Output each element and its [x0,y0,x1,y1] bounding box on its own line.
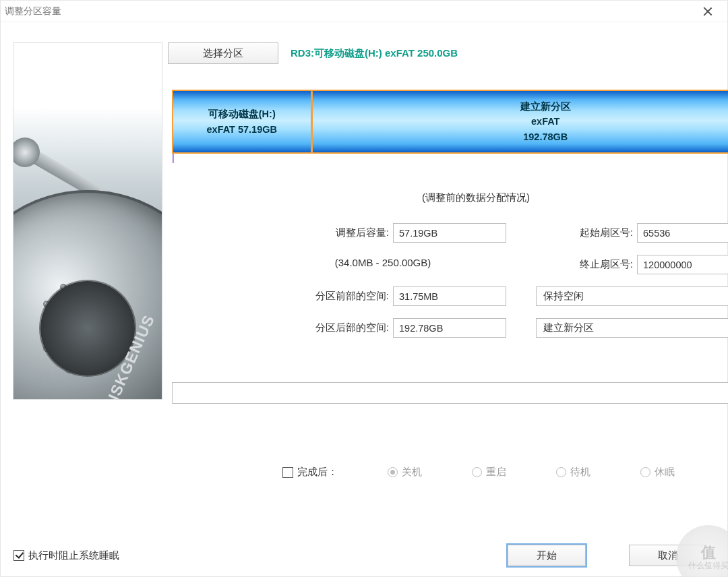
end-sector-label: 终止扇区号: [536,258,637,271]
prevent-sleep-checkbox[interactable]: 执行时阻止系统睡眠 [1,549,119,562]
subtitle-text: (调整前的数据分配情况) [168,191,728,204]
after-complete-row: 完成后： 关机 重启 待机 休眠 [168,466,728,479]
segment-size: 192.78GB [523,129,568,144]
end-sector-input[interactable]: 120000000 [637,255,728,274]
space-after-input[interactable]: 192.78GB [393,318,506,338]
cancel-label: 取消 [658,549,678,562]
close-button[interactable] [692,2,723,21]
dialog-window: 调整分区容量 DISKGENIUS 选 [0,0,728,577]
radio-standby[interactable]: 待机 [556,466,590,479]
partition-segment-existing[interactable]: 可移动磁盘(H:) exFAT 57.19GB [173,91,313,152]
close-icon [702,6,713,17]
sidebar: DISKGENIUS [1,22,162,576]
adjusted-size-input[interactable]: 57.19GB [393,223,506,243]
partition-bar[interactable]: 可移动磁盘(H:) exFAT 57.19GB 建立新分区 exFAT 192.… [172,90,728,154]
adjusted-size-label: 调整后容量: [254,226,393,239]
space-before-label: 分区前部的空间: [254,290,393,303]
checkbox-icon [282,467,293,478]
space-before-value: 31.75MB [399,291,438,302]
space-after-action-value: 建立新分区 [543,322,594,334]
space-before-action-select[interactable]: 保持空闲 [536,286,728,306]
segment-fs: exFAT [531,114,559,129]
select-partition-button[interactable]: 选择分区 [168,42,278,64]
after-complete-label: 完成后： [297,466,338,479]
select-partition-label: 选择分区 [203,47,243,60]
radio-restart[interactable]: 重启 [472,466,506,479]
space-before-action-value: 保持空闲 [543,290,584,303]
after-complete-checkbox[interactable]: 完成后： [282,466,338,479]
start-sector-label: 起始扇区号: [536,226,637,239]
space-before-input[interactable]: 31.75MB [393,286,506,306]
space-after-action-select[interactable]: 建立新分区 [536,318,728,338]
progress-bar [172,382,728,404]
main-panel: 选择分区 RD3:可移动磁盘(H:) exFAT 250.0GB 可移动磁盘(H… [162,22,728,576]
title-bar: 调整分区容量 [1,1,727,22]
window-title: 调整分区容量 [5,5,61,18]
adjusted-size-value: 57.19GB [399,228,437,239]
prevent-sleep-label: 执行时阻止系统睡眠 [28,549,119,562]
start-label: 开始 [537,549,557,562]
start-button[interactable]: 开始 [508,545,586,566]
hdd-illustration: DISKGENIUS [13,42,162,400]
space-after-value: 192.78GB [399,323,443,334]
start-sector-input[interactable]: 65536 [637,223,728,243]
segment-size: exFAT 57.19GB [207,122,278,137]
bottom-bar: 执行时阻止系统睡眠 开始 取消 [1,545,727,566]
segment-label: 可移动磁盘(H:) [208,107,276,121]
checkbox-icon [13,550,24,561]
radio-hibernate[interactable]: 休眠 [640,466,675,479]
size-range-hint: (34.0MB - 250.00GB) [254,257,512,268]
radio-shutdown[interactable]: 关机 [388,466,422,479]
radio-icon [640,467,650,477]
end-sector-value: 120000000 [643,260,692,270]
start-sector-value: 65536 [643,228,670,239]
radio-icon [472,467,482,477]
radio-icon [388,467,398,477]
partition-segment-new[interactable]: 建立新分区 exFAT 192.78GB [313,91,728,152]
caret-indicator: | [172,156,728,174]
dialog-body: DISKGENIUS 选择分区 RD3:可移动磁盘(H:) exFAT 250.… [1,22,727,576]
space-after-label: 分区后部的空间: [254,322,393,334]
radio-icon [556,467,566,477]
selected-disk-label: RD3:可移动磁盘(H:) exFAT 250.0GB [291,47,458,60]
segment-label: 建立新分区 [520,99,571,114]
